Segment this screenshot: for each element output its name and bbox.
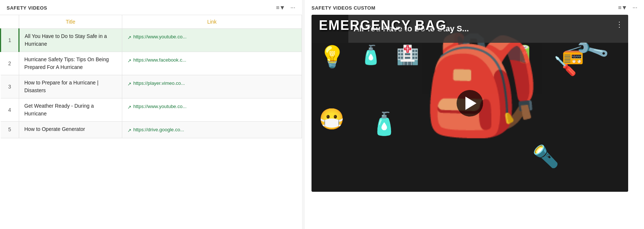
video-container: 💡 🧴 🏥 🔋 📻 😷 🧴 🔦 🎒 🔧 🪛 All You Have to Do… <box>312 15 628 192</box>
right-panel: SAFETY VIDEOS Custom ≡▼ ··· 💡 🧴 🏥 🔋 📻 😷 … <box>302 0 644 229</box>
filter-icon[interactable]: ≡▼ <box>276 4 285 11</box>
emoji-firstaid: 🏥 <box>396 44 419 66</box>
right-header-icons: ≡▼ ··· <box>618 4 637 11</box>
video-main-title: EMERGENCY BAG <box>319 18 447 33</box>
col-header-num <box>1 15 19 29</box>
row-link-4[interactable]: ↗https://www.youtube.co... <box>122 98 302 122</box>
row-link-5[interactable]: ↗https://drive.google.co... <box>122 122 302 138</box>
link-url-3[interactable]: https://player.vimeo.co... <box>133 80 185 87</box>
emoji-bulb: 💡 <box>319 44 345 69</box>
link-url-5[interactable]: https://drive.google.co... <box>133 126 184 133</box>
table-row[interactable]: 4Get Weather Ready - During a Hurricane↗… <box>1 98 302 122</box>
external-link-icon: ↗ <box>127 34 131 41</box>
external-link-icon: ↗ <box>127 80 131 88</box>
left-panel-header: SAFETY VIDEOS ≡▼ ··· <box>0 0 302 15</box>
video-more-button[interactable]: ⋮ <box>616 20 623 29</box>
emoji-backpack: 🎒 <box>422 37 541 133</box>
row-title-2: Hurricane Safety Tips: Tips On Being Pre… <box>19 52 122 75</box>
row-number-1: 1 <box>1 29 19 52</box>
row-link-1[interactable]: ↗https://www.youtube.co... <box>122 29 302 52</box>
row-link-3[interactable]: ↗https://player.vimeo.co... <box>122 75 302 98</box>
link-url-2[interactable]: https://www.facebook.c... <box>133 56 186 64</box>
play-button[interactable] <box>457 90 483 117</box>
table-row[interactable]: 2Hurricane Safety Tips: Tips On Being Pr… <box>1 52 302 75</box>
emoji-bag1: 🧴 <box>359 44 382 66</box>
right-panel-header: SAFETY VIDEOS Custom ≡▼ ··· <box>305 0 644 15</box>
left-panel-title: SAFETY VIDEOS <box>7 5 47 11</box>
external-link-icon: ↗ <box>127 104 131 111</box>
link-url-1[interactable]: https://www.youtube.co... <box>133 33 187 41</box>
emoji-water: 🧴 <box>370 111 398 137</box>
safety-videos-table: Title Link 1All You Have to Do to Stay S… <box>0 15 302 138</box>
emoji-tool: 🪛 <box>554 55 577 77</box>
row-title-1: All You Have to Do to Stay Safe in a Hur… <box>19 29 122 52</box>
row-title-4: Get Weather Ready - During a Hurricane <box>19 98 122 122</box>
right-panel-title: SAFETY VIDEOS Custom <box>312 5 376 11</box>
table-header-row: Title Link <box>1 15 302 29</box>
row-number-4: 4 <box>1 98 19 122</box>
video-main-title-area: EMERGENCY BAG <box>312 15 628 36</box>
row-title-5: How to Operate Generator <box>19 122 122 138</box>
table-body: 1All You Have to Do to Stay Safe in a Hu… <box>1 29 302 138</box>
right-filter-icon[interactable]: ≡▼ <box>618 4 627 11</box>
table-row[interactable]: 5How to Operate Generator↗https://drive.… <box>1 122 302 138</box>
external-link-icon: ↗ <box>127 127 131 134</box>
left-header-icons: ≡▼ ··· <box>276 4 295 11</box>
emoji-mask: 😷 <box>319 107 345 131</box>
row-title-3: How to Prepare for a Hurricane | Disaste… <box>19 75 122 98</box>
row-link-2[interactable]: ↗https://www.facebook.c... <box>122 52 302 75</box>
play-triangle-icon <box>465 97 476 110</box>
table-row[interactable]: 1All You Have to Do to Stay Safe in a Hu… <box>1 29 302 52</box>
right-more-icon[interactable]: ··· <box>633 4 637 11</box>
emoji-flashlight: 🔦 <box>532 144 559 169</box>
col-header-title[interactable]: Title <box>19 15 122 29</box>
external-link-icon: ↗ <box>127 57 131 65</box>
col-header-link[interactable]: Link <box>122 15 302 29</box>
table-row[interactable]: 3How to Prepare for a Hurricane | Disast… <box>1 75 302 98</box>
link-url-4[interactable]: https://www.youtube.co... <box>133 103 187 110</box>
row-number-2: 2 <box>1 52 19 75</box>
left-panel: SAFETY VIDEOS ≡▼ ··· Title Link 1All You… <box>0 0 302 229</box>
row-number-5: 5 <box>1 122 19 138</box>
row-number-3: 3 <box>1 75 19 98</box>
table-container: Title Link 1All You Have to Do to Stay S… <box>0 15 302 229</box>
more-icon[interactable]: ··· <box>291 4 295 11</box>
